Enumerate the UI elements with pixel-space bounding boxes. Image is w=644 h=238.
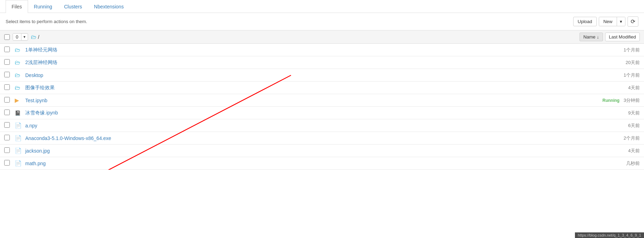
table-row: 📄 math.png 几秒前 (0, 157, 644, 170)
toolbar-actions: Upload New ▾ ⟳ (573, 16, 638, 27)
file-name-link[interactable]: Desktop (25, 72, 598, 78)
row-checkbox[interactable] (4, 59, 10, 65)
file-icon: 📄 (15, 147, 23, 154)
file-time-value: 3分钟前 (624, 98, 640, 103)
tab-files[interactable]: Files (6, 0, 28, 13)
breadcrumb: 🗁 / (31, 34, 39, 40)
file-name-link[interactable]: 冰雪奇缘.ipynb (25, 110, 598, 116)
selected-count: 0 (13, 34, 21, 40)
table-row: 📄 a.npy 6天前 (0, 119, 644, 132)
folder-icon: 🗁 (15, 85, 23, 91)
refresh-button[interactable]: ⟳ (628, 16, 638, 27)
tab-nbextensions[interactable]: Nbextensions (88, 0, 130, 13)
file-name-link[interactable]: Test.ipynb (25, 98, 598, 103)
file-name-link[interactable]: 2浅层神经网络 (25, 59, 598, 66)
file-time: 1个月前 (598, 72, 640, 78)
file-time: 9天前 (598, 110, 640, 116)
table-row: 📄 jackson.jpg 4天前 (0, 145, 644, 157)
file-icon: 📄 (15, 160, 23, 167)
file-time: 1个月前 (598, 47, 640, 53)
breadcrumb-slash: / (38, 34, 39, 40)
row-checkbox[interactable] (4, 72, 10, 77)
file-name-link[interactable]: math.png (25, 161, 598, 166)
upload-button[interactable]: Upload (573, 17, 597, 26)
tab-bar: Files Running Clusters Nbextensions (0, 0, 644, 13)
select-hint: Select items to perform actions on them. (6, 19, 87, 24)
folder-icon: 🗁 (31, 34, 36, 40)
tab-running[interactable]: Running (28, 0, 58, 13)
row-checkbox[interactable] (4, 84, 10, 90)
file-time: 4天前 (598, 148, 640, 154)
file-name-link[interactable]: 1单神经元网络 (25, 47, 598, 53)
file-name-link[interactable]: Anaconda3-5.1.0-Windows-x86_64.exe (25, 135, 598, 141)
table-row: 🗁 2浅层神经网络 20天前 (0, 56, 644, 69)
file-name-link[interactable]: a.npy (25, 123, 598, 128)
table-row: 📓 冰雪奇缘.ipynb 9天前 (0, 107, 644, 119)
check-all-checkbox[interactable] (4, 34, 10, 40)
sort-modified-button[interactable]: Last Modified (605, 33, 640, 41)
file-time: Running 3分钟前 (598, 97, 640, 104)
file-name-link[interactable]: 图像手绘效果 (25, 85, 598, 91)
file-time: 几秒前 (598, 160, 640, 167)
row-checkbox[interactable] (4, 122, 10, 128)
folder-icon: 🗁 (15, 59, 23, 66)
file-header-right: Name ↓ Last Modified (579, 33, 640, 41)
table-row: 📄 Anaconda3-5.1.0-Windows-x86_64.exe 2个月… (0, 132, 644, 145)
notebook-running-icon: ▶ (15, 97, 23, 104)
file-time: 6天前 (598, 122, 640, 129)
file-time: 2个月前 (598, 135, 640, 141)
new-dropdown-button[interactable]: ▾ (617, 17, 625, 26)
table-row: 🗁 1单神经元网络 1个月前 (0, 44, 644, 56)
folder-icon: 🗁 (15, 72, 23, 78)
table-row: 🗁 图像手绘效果 4天前 (0, 82, 644, 94)
file-list: 🗁 1单神经元网络 1个月前 🗁 2浅层神经网络 20天前 🗁 Desktop … (0, 44, 644, 170)
new-button[interactable]: New (599, 17, 617, 26)
toolbar: Select items to perform actions on them.… (0, 13, 644, 30)
file-name-link[interactable]: jackson.jpg (25, 148, 598, 154)
file-header-left: 0 ▾ 🗁 / (4, 33, 579, 41)
file-time: 20天前 (598, 59, 640, 66)
folder-icon: 🗁 (15, 47, 23, 53)
notebook-icon: 📓 (15, 110, 23, 116)
file-header: 0 ▾ 🗁 / Name ↓ Last Modified (0, 30, 644, 44)
row-checkbox[interactable] (4, 110, 10, 115)
file-icon: 📄 (15, 135, 23, 141)
count-dropdown-button[interactable]: ▾ (21, 34, 28, 40)
row-checkbox[interactable] (4, 47, 10, 52)
tab-clusters[interactable]: Clusters (58, 0, 88, 13)
table-row: 🗁 Desktop 1个月前 (0, 69, 644, 82)
row-checkbox[interactable] (4, 97, 10, 103)
file-time: 4天前 (598, 85, 640, 91)
count-badge: 0 ▾ (13, 33, 28, 41)
row-checkbox[interactable] (4, 135, 10, 140)
table-row: ▶ Test.ipynb Running 3分钟前 (0, 94, 644, 107)
file-icon: 📄 (15, 122, 23, 129)
row-checkbox[interactable] (4, 147, 10, 153)
row-checkbox[interactable] (4, 160, 10, 166)
sort-name-button[interactable]: Name ↓ (579, 33, 603, 41)
running-badge: Running (602, 98, 619, 103)
